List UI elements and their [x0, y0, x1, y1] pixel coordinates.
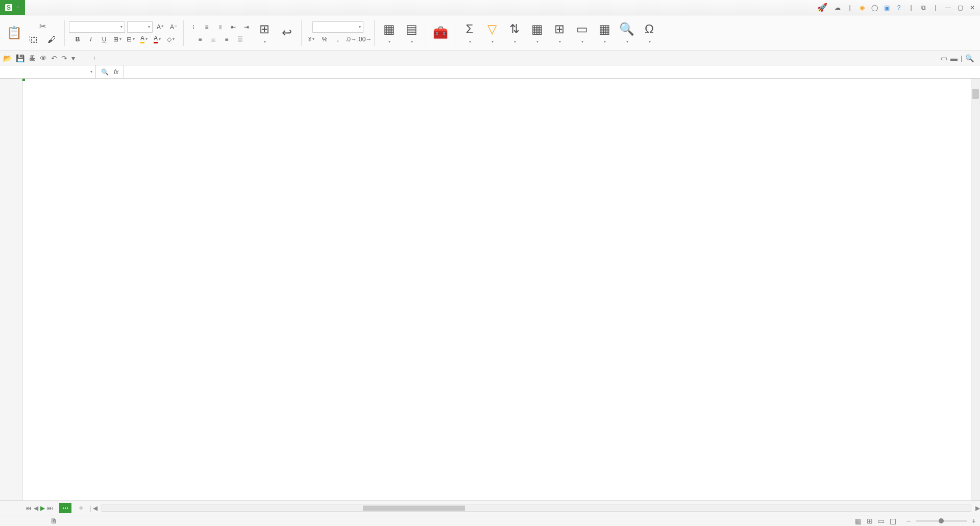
sum-button[interactable]: Σ▾	[459, 21, 480, 45]
align-just-button[interactable]: ☰	[234, 34, 246, 45]
table-style-icon: ▤	[403, 22, 420, 36]
format-painter-button[interactable]: 🖌	[44, 34, 60, 46]
sheet-next-icon[interactable]: ▶	[40, 505, 45, 512]
view1-icon[interactable]: ▦	[855, 517, 862, 525]
zoom-slider[interactable]	[916, 520, 967, 522]
wrap-icon: ↩	[279, 26, 295, 40]
scroll-thumb[interactable]	[972, 89, 979, 99]
merge-button[interactable]: ⊞▾	[254, 21, 275, 45]
add-sheet-button[interactable]: +	[75, 504, 87, 513]
cloud-icon[interactable]: ☁	[833, 3, 842, 12]
maximize-icon[interactable]: ▢	[955, 3, 965, 12]
sheet-more-button[interactable]: ⋯	[59, 503, 71, 513]
name-box[interactable]: ▾	[24, 65, 96, 78]
square-icon[interactable]: ▣	[882, 3, 891, 12]
font-size-select[interactable]: ▾	[127, 21, 153, 33]
circle2-icon[interactable]: ◯	[870, 3, 879, 12]
formula-bar: ▾ 🔍 fx	[0, 65, 980, 79]
align-mid-button[interactable]: ≡	[201, 21, 212, 33]
fx-icon[interactable]: fx	[114, 68, 118, 76]
preview-icon[interactable]: 👁	[40, 54, 47, 62]
save-icon[interactable]: 💾	[16, 54, 24, 62]
hscroll-thumb[interactable]	[363, 506, 465, 511]
underline-button[interactable]: U	[99, 34, 110, 45]
bold-button[interactable]: B	[72, 34, 83, 45]
freeze-button[interactable]: ▦▾	[594, 21, 615, 45]
redo-icon[interactable]: ↷	[61, 54, 67, 62]
align-bot-button[interactable]: ⫴	[214, 21, 226, 33]
indent-dec-button[interactable]: ⇤	[228, 21, 239, 33]
align-left-button[interactable]: ≡	[194, 34, 206, 45]
increase-font-button[interactable]: A⁺	[155, 21, 166, 33]
fill-color-button[interactable]: A▾	[138, 34, 150, 45]
indent-inc-button[interactable]: ⇥	[241, 21, 252, 33]
open-icon[interactable]: 📂	[3, 54, 12, 62]
sheet-prev-icon[interactable]: ◀	[34, 505, 38, 512]
sheet-first-icon[interactable]: ⏮	[26, 505, 32, 512]
qa-left: 📂 💾 🖶 👁 ↶ ↷ ▾	[3, 54, 75, 62]
decrease-font-button[interactable]: A⁻	[168, 21, 179, 33]
cut-button[interactable]: ✂	[36, 20, 52, 33]
comma-button[interactable]: ,	[332, 34, 344, 45]
rowcol-button[interactable]: ⊞▾	[549, 21, 570, 45]
sheet-button[interactable]: ▭▾	[572, 21, 592, 45]
align-right-button[interactable]: ≡	[221, 34, 232, 45]
hscroll-right-icon[interactable]: ▶	[975, 505, 980, 512]
format-button[interactable]: ▦▾	[527, 21, 547, 45]
window-icon[interactable]: ⧉	[919, 3, 928, 12]
spreadsheet-grid[interactable]	[22, 79, 980, 500]
symbol-button[interactable]: Ω▾	[639, 21, 659, 45]
border-button[interactable]: ⊞▾	[112, 34, 123, 45]
italic-button[interactable]: I	[85, 34, 96, 45]
fill-handle[interactable]	[22, 79, 25, 81]
find-button[interactable]: 🔍▾	[617, 21, 637, 45]
add-document-button[interactable]: +	[88, 55, 100, 62]
vertical-scrollbar[interactable]	[971, 79, 980, 500]
smart-button[interactable]: 🧰	[430, 25, 451, 42]
view4-icon[interactable]: ◫	[890, 517, 896, 525]
panel2-icon[interactable]: ▬	[950, 54, 958, 62]
qa-right: ▭ ▬ | 🔍	[941, 54, 977, 62]
clear-fmt-button[interactable]: ◇▾	[165, 34, 176, 45]
currency-button[interactable]: ¥▾	[306, 34, 317, 45]
border2-button[interactable]: ⊟▾	[125, 34, 136, 45]
number-format-select[interactable]: ▾	[312, 21, 363, 33]
zoom-in-icon[interactable]: +	[972, 517, 976, 525]
fx-search-icon[interactable]: 🔍	[101, 68, 109, 76]
wrap-button[interactable]: ↩	[277, 25, 297, 42]
undo-icon[interactable]: ↶	[51, 54, 57, 62]
qa-dropdown-icon[interactable]: ▾	[71, 54, 75, 62]
align-center-button[interactable]: ≣	[208, 34, 219, 45]
zoom-knob[interactable]	[939, 518, 944, 523]
dec-dec-button[interactable]: .00→	[359, 34, 370, 45]
view2-icon[interactable]: ⊞	[867, 517, 873, 525]
percent-button[interactable]: %	[319, 34, 330, 45]
sort-button[interactable]: ⇅▾	[504, 21, 525, 45]
cond-fmt-button[interactable]: ▦▾	[379, 21, 399, 45]
horizontal-scrollbar[interactable]	[102, 505, 971, 512]
app-logo-icon: S	[5, 4, 12, 11]
sheet-last-icon[interactable]: ⏭	[47, 505, 53, 512]
rocket-icon[interactable]: 🚀	[818, 3, 827, 12]
help-icon[interactable]: ?	[894, 3, 903, 12]
print-icon[interactable]: 🖶	[29, 54, 36, 62]
filter-button[interactable]: ▽▾	[482, 21, 502, 45]
copy-button[interactable]: ⿻	[27, 34, 42, 46]
hscroll-left-icon[interactable]: ◀	[93, 505, 97, 512]
font-color-button[interactable]: A▾	[152, 34, 163, 45]
view3-icon[interactable]: ▭	[878, 517, 885, 525]
close-icon[interactable]: ✕	[968, 3, 977, 12]
panel1-icon[interactable]: ▭	[941, 54, 947, 62]
minimize-icon[interactable]: —	[943, 3, 952, 12]
inc-dec-button[interactable]: .0→	[346, 34, 357, 45]
font-select[interactable]: ▾	[69, 21, 125, 33]
search-icon[interactable]: 🔍	[965, 54, 974, 62]
circle1-icon[interactable]: ◉	[857, 3, 867, 12]
formula-input[interactable]	[124, 65, 980, 78]
table-style-button[interactable]: ▤▾	[401, 21, 422, 45]
status-doc-icon[interactable]: 🗎	[50, 517, 57, 525]
zoom-out-icon[interactable]: −	[906, 517, 911, 525]
align-top-button[interactable]: ⫶	[188, 21, 199, 33]
paste-button[interactable]: 📋	[4, 25, 24, 42]
app-menu-dropdown-icon[interactable]: ▼	[16, 5, 20, 10]
